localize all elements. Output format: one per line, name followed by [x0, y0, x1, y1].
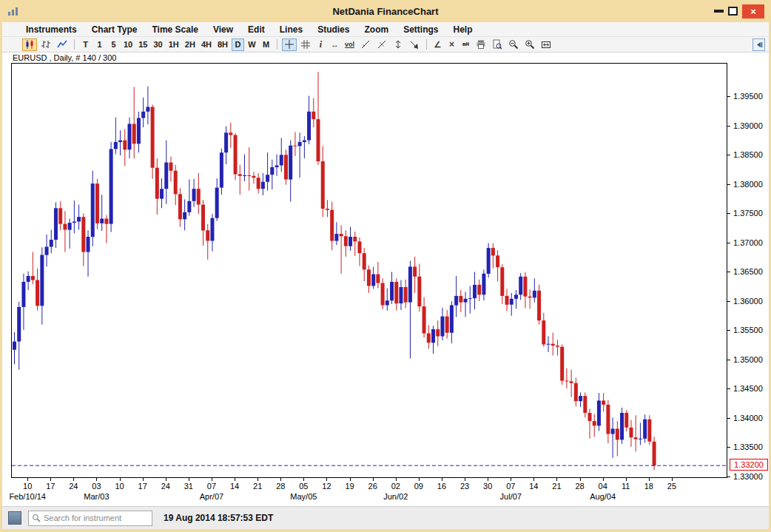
x-axis-tick: [580, 478, 581, 481]
volume-toggle-icon[interactable]: vol: [343, 38, 357, 51]
candlestick-plot[interactable]: [12, 64, 727, 477]
x-axis-label: 28: [276, 482, 285, 491]
x-axis-tick: [303, 478, 304, 481]
maximize-button[interactable]: [728, 7, 738, 16]
x-axis-tick: [419, 478, 420, 481]
timeframe-2h-button[interactable]: 2H: [183, 38, 198, 51]
menu-zoom[interactable]: Zoom: [357, 24, 396, 35]
menu-help[interactable]: Help: [445, 24, 479, 35]
x-axis-label: 21: [552, 482, 561, 491]
y-axis-label: 1.36000: [733, 296, 763, 306]
timeframe-30-button[interactable]: 30: [152, 38, 165, 51]
arrow-tool-icon[interactable]: [407, 38, 422, 51]
y-axis-tick: [727, 126, 730, 127]
y-axis-label: 1.37500: [733, 208, 763, 218]
menu-view[interactable]: View: [206, 24, 240, 35]
x-axis-tick: [533, 478, 534, 481]
y-axis-tick: [727, 301, 730, 302]
time-axis[interactable]: 1017240310172431071421280512192602091623…: [11, 478, 727, 506]
x-axis-label: 10: [115, 482, 124, 491]
chart-instrument-label: EURUSD , Daily, # 140 / 300: [13, 53, 116, 62]
search-icon: [32, 514, 41, 522]
zoom-in-icon[interactable]: [522, 38, 537, 51]
x-axis-tick: [556, 478, 557, 481]
delete-all-tool-icon[interactable]: all: [459, 38, 472, 51]
x-axis-tick: [672, 478, 673, 481]
zoom-out-icon[interactable]: [506, 38, 521, 51]
timeframe-5-button[interactable]: 5: [107, 38, 120, 51]
x-axis-label: 14: [529, 482, 538, 491]
menu-settings[interactable]: Settings: [396, 24, 445, 35]
x-axis-tick: [27, 478, 28, 481]
y-axis-tick: [727, 272, 730, 272]
angle-tool-icon[interactable]: ∠: [431, 38, 444, 51]
minimize-button[interactable]: [714, 10, 724, 13]
timeframe-1-button[interactable]: 1: [93, 38, 106, 51]
x-axis-label: 17: [46, 482, 55, 491]
zoom-fit-icon[interactable]: [539, 38, 553, 51]
y-axis-label: 1.33000: [733, 471, 763, 482]
chart-type-line-icon[interactable]: [55, 38, 70, 51]
x-axis-tick: [96, 478, 97, 481]
menu-studies[interactable]: Studies: [310, 24, 357, 35]
timeframe-8h-button[interactable]: 8H: [215, 38, 230, 51]
menu-instruments[interactable]: Instruments: [18, 24, 84, 35]
updown-arrows-icon[interactable]: [391, 38, 405, 51]
regression-line-icon[interactable]: [374, 38, 389, 51]
x-axis-month-label: Jun/02: [383, 492, 408, 501]
x-axis-tick: [280, 478, 281, 481]
grid-icon[interactable]: [298, 38, 313, 51]
timeframe-w-button[interactable]: W: [246, 38, 258, 51]
x-axis-tick: [465, 478, 465, 481]
x-axis-tick: [373, 478, 374, 481]
timeframe-d-button[interactable]: D: [232, 38, 244, 51]
chart-region: EURUSD , Daily, # 140 / 300 1.33200 1.39…: [2, 53, 769, 506]
menu-edit[interactable]: Edit: [240, 24, 272, 35]
crosshair-icon[interactable]: [282, 38, 297, 51]
timeframe-4h-button[interactable]: 4H: [199, 38, 214, 51]
search-box[interactable]: [28, 511, 152, 526]
timeframe-m-button[interactable]: M: [260, 38, 272, 51]
y-axis-tick: [727, 418, 730, 419]
close-button[interactable]: ×: [742, 4, 764, 18]
x-axis-label: 18: [644, 482, 653, 491]
menu-time-scale[interactable]: Time Scale: [144, 24, 205, 35]
y-axis-label: 1.35000: [733, 354, 763, 365]
menu-chart-type[interactable]: Chart Type: [84, 24, 145, 35]
x-axis-tick: [350, 478, 351, 481]
x-axis-label: 26: [368, 482, 377, 491]
horizontal-resize-icon[interactable]: ↔: [329, 38, 341, 51]
menu-lines[interactable]: Lines: [272, 24, 310, 35]
y-axis-label: 1.38500: [733, 149, 763, 160]
print-icon[interactable]: [474, 38, 488, 51]
titlebar[interactable]: NetDania FinanceChart ×: [2, 0, 769, 22]
chart-type-ohlc-bars-icon[interactable]: [38, 38, 53, 51]
info-icon[interactable]: i: [314, 38, 327, 51]
y-axis-tick: [727, 330, 730, 331]
trendline-tool-icon[interactable]: [358, 38, 373, 51]
x-axis-tick: [166, 478, 166, 481]
y-axis-label: 1.39000: [733, 121, 763, 131]
x-axis-tick: [189, 478, 189, 481]
delete-tool-icon[interactable]: ×: [445, 38, 458, 51]
instrument-list-icon[interactable]: [8, 511, 21, 525]
price-axis[interactable]: 1.33200 1.395001.390001.385001.380001.37…: [727, 63, 771, 478]
x-axis-label: 25: [667, 482, 676, 491]
toolbar-separator: [426, 39, 427, 50]
minimize-icon: [714, 10, 724, 13]
x-axis-tick: [488, 478, 488, 481]
timeframe-15-button[interactable]: 15: [136, 38, 149, 51]
timeframe-10-button[interactable]: 10: [121, 38, 135, 51]
chart-type-candlestick-icon[interactable]: [22, 38, 37, 51]
x-axis-label: 24: [161, 482, 170, 491]
candlestick-chart[interactable]: [11, 63, 727, 478]
search-input[interactable]: [44, 514, 149, 522]
x-axis-month-label: Aug/04: [590, 492, 616, 501]
y-axis-tick: [727, 447, 730, 448]
x-axis-tick: [626, 478, 627, 481]
status-bar: 19 Aug 2014 18:57:53 EDT: [2, 506, 769, 529]
timeframe-t-button[interactable]: T: [79, 38, 92, 51]
timeframe-1h-button[interactable]: 1H: [166, 38, 181, 51]
print-preview-icon[interactable]: [490, 38, 505, 51]
panel-toggle-icon[interactable]: [753, 38, 765, 51]
